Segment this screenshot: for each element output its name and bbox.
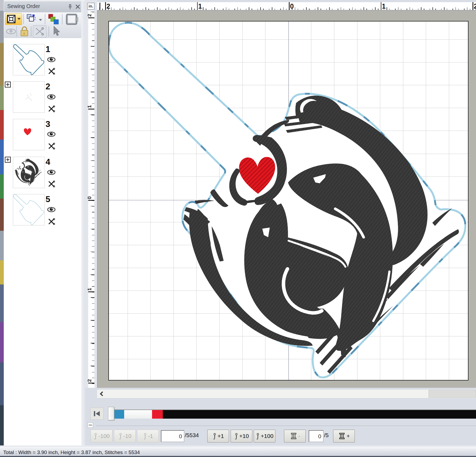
svg-text:r: r [24, 32, 25, 36]
